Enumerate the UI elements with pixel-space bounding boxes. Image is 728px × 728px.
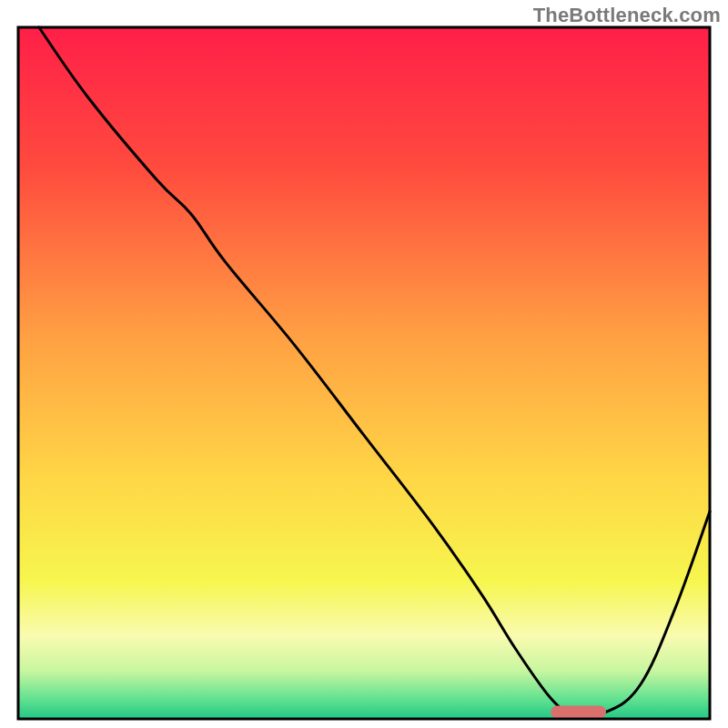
chart-stage: TheBottleneck.com [0, 0, 728, 728]
bottleneck-chart [0, 0, 728, 728]
plot-background [18, 27, 710, 719]
minimum-marker [551, 705, 606, 718]
